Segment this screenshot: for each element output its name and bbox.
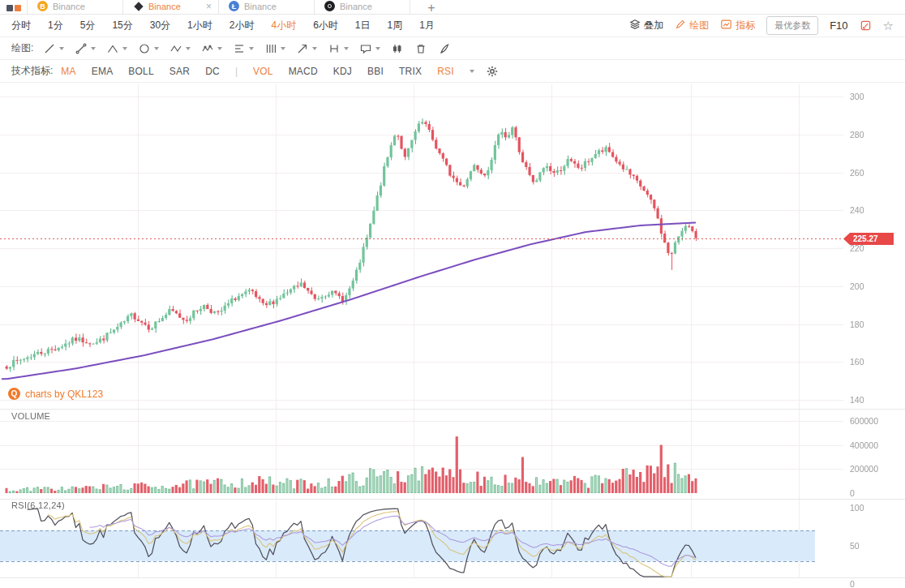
- indicator-bbi[interactable]: BBI: [367, 66, 384, 77]
- caret-down-icon[interactable]: [122, 47, 127, 50]
- trend-segment-tool[interactable]: [73, 41, 97, 57]
- indicator-vol[interactable]: VOL: [253, 66, 273, 77]
- timeframe-item[interactable]: 1分: [48, 19, 63, 32]
- indicator-kdj[interactable]: KDJ: [333, 66, 352, 77]
- timeframe-item[interactable]: 30分: [150, 19, 170, 32]
- timeframe-item[interactable]: 1周: [388, 19, 403, 32]
- tab-exchange-label: Binance: [53, 2, 85, 11]
- draw-button[interactable]: 绘图: [675, 19, 709, 32]
- best-params-button[interactable]: 最优参数: [766, 16, 818, 35]
- trash-tool[interactable]: [413, 41, 429, 57]
- price-axis-tick: 200: [850, 281, 864, 291]
- apps-grid-icon[interactable]: [0, 0, 28, 14]
- eraser-tool[interactable]: [436, 41, 452, 57]
- caret-down-icon[interactable]: [344, 47, 349, 50]
- trend-segment-icon: [75, 42, 88, 55]
- pitchfork-tool[interactable]: [105, 41, 129, 57]
- indicator-macd[interactable]: MACD: [289, 66, 318, 77]
- indicator-divider: |: [235, 66, 238, 77]
- pencil-icon: [675, 19, 686, 32]
- litecoin-icon: Ł: [229, 1, 239, 11]
- price-axis-tick: 180: [850, 320, 864, 329]
- pitchfork-icon: [106, 42, 119, 55]
- candle-columns-icon: [391, 42, 404, 55]
- snapshot-icon[interactable]: [860, 19, 872, 32]
- price-axis-tick: 240: [850, 205, 864, 215]
- price-range-tool[interactable]: [326, 41, 350, 57]
- indicator-dc[interactable]: DC: [205, 66, 220, 77]
- caret-down-icon[interactable]: [217, 47, 222, 50]
- zigzag-tool[interactable]: [168, 41, 192, 57]
- f10-key-label[interactable]: F10: [830, 19, 847, 32]
- layers-icon: [629, 19, 641, 32]
- timeframe-item[interactable]: 2小时: [229, 19, 255, 32]
- bitcoin-icon: B: [37, 1, 48, 11]
- caret-down-icon[interactable]: [470, 70, 474, 73]
- qkl123-watermark-text: charts by QKL123: [25, 388, 103, 400]
- candle-columns-tool[interactable]: [389, 41, 405, 57]
- indicator-button[interactable]: 指标: [720, 19, 755, 32]
- timeframe-item[interactable]: 1月: [419, 19, 435, 32]
- caret-down-icon[interactable]: [281, 47, 285, 50]
- favorite-star-icon[interactable]: ☆: [883, 20, 894, 32]
- caret-down-icon[interactable]: [59, 47, 64, 50]
- indicator-sar[interactable]: SAR: [169, 66, 190, 77]
- volume-axis-tick: 0: [850, 488, 855, 498]
- indicator-rsi[interactable]: RSI: [437, 66, 454, 77]
- tab-binance-2[interactable]: Binance×: [123, 0, 219, 14]
- indicator-ma[interactable]: MA: [61, 66, 75, 77]
- tab-binance-1[interactable]: BBinance: [28, 0, 123, 14]
- volume-axis-tick: 200000: [850, 464, 878, 474]
- trash-icon: [414, 42, 427, 55]
- indicator-boll[interactable]: BOLL: [128, 66, 154, 77]
- timeframe-item[interactable]: 15分: [112, 19, 132, 32]
- caret-down-icon[interactable]: [154, 47, 159, 50]
- timeframe-item[interactable]: 1日: [355, 19, 371, 32]
- timeframe-item[interactable]: 6小时: [313, 19, 338, 32]
- tab-binance-4[interactable]: Binance: [315, 0, 410, 14]
- tab-binance-3[interactable]: ŁBinance: [219, 0, 315, 14]
- note-tool[interactable]: [358, 41, 382, 57]
- drawing-tool-list: [41, 41, 460, 57]
- rsi-axis-tick: 50: [850, 541, 860, 551]
- caret-down-icon[interactable]: [186, 47, 191, 50]
- timeframe-item[interactable]: 分时: [11, 19, 31, 32]
- volume-axis-tick: 400000: [850, 440, 878, 450]
- add-tab-button[interactable]: +: [410, 0, 452, 14]
- timeframe-toolbar: 分时1分5分15分30分1小时2小时4小时6小时1日1周1月 叠加 绘图 指标 …: [0, 15, 905, 37]
- indicator-toolbar-label: 技术指标:: [11, 64, 53, 78]
- ethereum-icon: [133, 1, 144, 11]
- timeframe-item[interactable]: 1小时: [187, 19, 212, 32]
- toolbar-right-group: 叠加 绘图 指标 最优参数 F10 ☆: [629, 16, 894, 35]
- caret-down-icon[interactable]: [312, 47, 317, 50]
- caret-down-icon[interactable]: [91, 47, 96, 50]
- qkl123-chart-app: BBinanceBinance×ŁBinanceBinance + 分时1分5分…: [0, 0, 905, 588]
- indicator-toolbar: 技术指标: MAEMABOLLSARDC|VOLMACDKDJBBITRIXRS…: [0, 60, 905, 83]
- tab-bar: BBinanceBinance×ŁBinanceBinance +: [0, 0, 905, 15]
- tab-list: BBinanceBinance×ŁBinanceBinance: [28, 0, 410, 14]
- time-lines-tool[interactable]: [263, 41, 287, 57]
- overlay-button-label: 叠加: [644, 19, 663, 32]
- qkl123-watermark: Q charts by QKL123: [8, 388, 103, 400]
- ellipse-tool[interactable]: [136, 41, 161, 57]
- price-axis-tick: 260: [850, 168, 864, 178]
- rsi-pane-label: RSI(6,12,24): [11, 500, 65, 510]
- timeframe-item[interactable]: 4小时: [271, 19, 296, 32]
- time-lines-icon: [264, 42, 277, 55]
- chart-canvas[interactable]: [0, 84, 905, 588]
- indicator-ema[interactable]: EMA: [92, 66, 114, 77]
- trend-line-tool[interactable]: [41, 41, 66, 57]
- caret-down-icon[interactable]: [375, 47, 380, 50]
- close-tab-icon[interactable]: ×: [206, 2, 212, 11]
- timeframe-item[interactable]: 5分: [80, 19, 96, 32]
- wave-pattern-tool[interactable]: [199, 41, 224, 57]
- indicator-button-label: 指标: [736, 19, 755, 32]
- note-icon: [359, 42, 372, 55]
- arrow-tool[interactable]: [294, 41, 319, 57]
- tab-exchange-label: Binance: [148, 2, 181, 11]
- gear-icon[interactable]: [486, 65, 499, 78]
- fib-retracement-tool[interactable]: [231, 41, 255, 57]
- caret-down-icon[interactable]: [249, 47, 254, 50]
- indicator-trix[interactable]: TRIX: [399, 66, 422, 77]
- overlay-button[interactable]: 叠加: [629, 19, 663, 32]
